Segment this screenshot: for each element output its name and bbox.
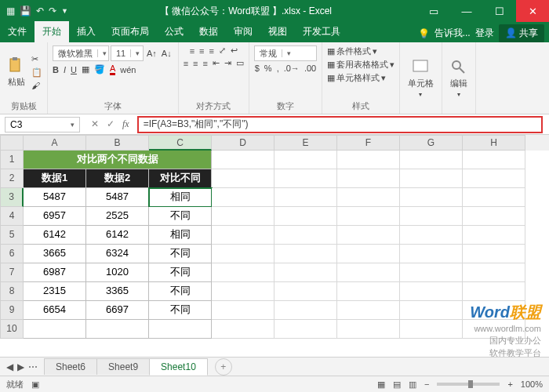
cell[interactable]: [400, 188, 463, 207]
tell-me[interactable]: 告诉我...: [434, 27, 471, 40]
cell[interactable]: 不同: [149, 282, 212, 301]
zoom-slider[interactable]: [437, 383, 500, 386]
cell[interactable]: [274, 226, 337, 245]
cell[interactable]: 相同: [149, 188, 212, 207]
cell[interactable]: [337, 188, 400, 207]
cut-icon[interactable]: ✂: [31, 54, 42, 64]
italic-button[interactable]: I: [64, 65, 66, 74]
header-cell[interactable]: 数据1: [24, 169, 86, 188]
cell[interactable]: [337, 282, 400, 301]
cell[interactable]: 6957: [24, 207, 86, 226]
cell[interactable]: [463, 245, 525, 263]
cell[interactable]: [86, 320, 149, 339]
cell[interactable]: 5487: [86, 188, 149, 207]
cell[interactable]: [212, 169, 274, 188]
view-pagebreak-icon[interactable]: ▥: [409, 379, 416, 390]
tab-data[interactable]: 数据: [191, 21, 226, 42]
cell[interactable]: [337, 320, 400, 339]
font-family-select[interactable]: 微软雅黑▾: [53, 45, 109, 61]
login-link[interactable]: 登录: [475, 27, 494, 40]
merge-icon[interactable]: ▭: [236, 58, 244, 68]
cell[interactable]: [337, 245, 400, 263]
cell[interactable]: [274, 245, 337, 263]
conditional-format-button[interactable]: ▦ 条件格式 ▾: [327, 45, 377, 57]
minimize-button[interactable]: —: [450, 0, 483, 22]
cell[interactable]: [274, 282, 337, 301]
row-header[interactable]: 7: [0, 263, 24, 282]
font-color-button[interactable]: A: [110, 64, 115, 75]
share-button[interactable]: 👤 共享: [499, 24, 544, 42]
cell[interactable]: [463, 226, 525, 245]
view-layout-icon[interactable]: ▤: [393, 379, 401, 390]
zoom-in-icon[interactable]: +: [507, 379, 512, 389]
wrap-text-icon[interactable]: ↩: [231, 45, 238, 56]
cell[interactable]: [337, 226, 400, 245]
phonetic-button[interactable]: wén: [120, 65, 136, 74]
name-box[interactable]: C3▾: [5, 117, 80, 132]
col-header[interactable]: E: [274, 135, 337, 151]
col-header[interactable]: B: [86, 135, 149, 151]
col-header[interactable]: C: [149, 135, 212, 151]
undo-icon[interactable]: ↶: [36, 5, 44, 16]
col-header[interactable]: H: [463, 135, 525, 151]
enter-formula-icon[interactable]: ✓: [107, 118, 115, 130]
row-header[interactable]: 2: [0, 169, 24, 188]
cell[interactable]: 6987: [24, 263, 86, 282]
cell[interactable]: 6142: [24, 226, 86, 245]
cell[interactable]: [212, 226, 274, 245]
increase-font-icon[interactable]: A↑: [145, 49, 158, 58]
format-painter-icon[interactable]: 🖌: [31, 81, 42, 90]
fill-color-button[interactable]: 🪣: [94, 64, 105, 74]
zoom-out-icon[interactable]: −: [424, 379, 429, 389]
indent-dec-icon[interactable]: ⇤: [213, 58, 220, 68]
indent-inc-icon[interactable]: ⇥: [224, 58, 231, 68]
table-format-button[interactable]: ▦ 套用表格格式 ▾: [327, 59, 394, 71]
comma-icon[interactable]: ,: [277, 64, 279, 73]
cell[interactable]: 5487: [24, 188, 86, 207]
fx-icon[interactable]: fx: [122, 118, 129, 130]
cell[interactable]: [463, 282, 525, 301]
cell[interactable]: [274, 188, 337, 207]
cell[interactable]: [337, 169, 400, 188]
row-header[interactable]: 3: [0, 188, 24, 207]
cell[interactable]: [400, 320, 463, 339]
cell[interactable]: [24, 320, 86, 339]
row-header[interactable]: 4: [0, 207, 24, 226]
tab-view[interactable]: 视图: [260, 21, 295, 42]
view-normal-icon[interactable]: ▦: [377, 379, 385, 390]
cell[interactable]: 2525: [86, 207, 149, 226]
tab-formula[interactable]: 公式: [157, 21, 191, 42]
bold-button[interactable]: B: [53, 65, 59, 74]
cell[interactable]: [212, 263, 274, 282]
macro-record-icon[interactable]: ▣: [31, 379, 39, 390]
cell[interactable]: [212, 207, 274, 226]
align-middle-icon[interactable]: ≡: [199, 46, 204, 56]
cell[interactable]: [400, 207, 463, 226]
cell[interactable]: [337, 301, 400, 320]
cell[interactable]: [274, 207, 337, 226]
align-right-icon[interactable]: ≡: [203, 59, 208, 68]
align-bottom-icon[interactable]: ≡: [209, 46, 214, 56]
cell[interactable]: [337, 151, 400, 169]
border-button[interactable]: ▦: [82, 64, 89, 74]
row-header[interactable]: 1: [0, 151, 24, 169]
cells-button[interactable]: 单元格▾: [405, 57, 437, 100]
cell[interactable]: [274, 301, 337, 320]
cell[interactable]: [463, 188, 525, 207]
cell[interactable]: 3365: [86, 282, 149, 301]
cell[interactable]: [212, 320, 274, 339]
cell[interactable]: [212, 151, 274, 169]
row-header[interactable]: 9: [0, 301, 24, 320]
header-cell[interactable]: 数据2: [86, 169, 149, 188]
tab-layout[interactable]: 页面布局: [104, 21, 157, 42]
save-icon[interactable]: 💾: [20, 5, 31, 16]
merged-title-cell[interactable]: 对比两个不同数据: [24, 151, 212, 169]
cell[interactable]: [337, 207, 400, 226]
cell[interactable]: [400, 169, 463, 188]
decrease-font-icon[interactable]: A↓: [160, 49, 173, 58]
percent-icon[interactable]: %: [264, 64, 272, 73]
cell[interactable]: 不同: [149, 301, 212, 320]
cell[interactable]: 不同: [149, 245, 212, 263]
cell[interactable]: [274, 320, 337, 339]
editing-button[interactable]: 编辑▾: [447, 57, 471, 100]
